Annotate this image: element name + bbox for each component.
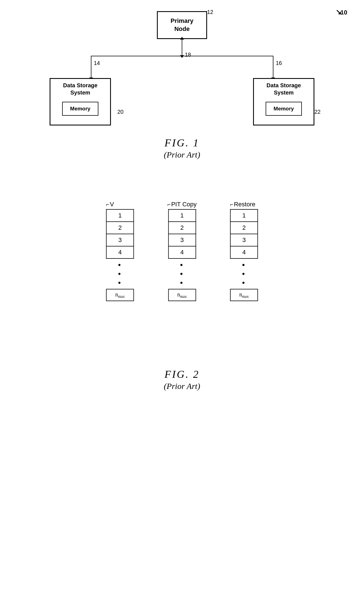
col-v-nmax-text: nmax (115, 291, 125, 299)
col-v-nmax: nmax (106, 289, 134, 301)
label-16: 16 (276, 60, 282, 66)
memory-right-box: Memory (266, 102, 302, 116)
column-restore: Restore 1 2 3 4 ••• nmax (230, 201, 258, 301)
arrow-down-from-primary (182, 39, 182, 56)
storage-left-title: Data StorageSystem (63, 82, 97, 96)
cell-v-4: 4 (106, 246, 134, 258)
col-pit-nmax-text: nmax (177, 291, 187, 299)
cell-restore-4: 4 (230, 246, 258, 258)
table-row: 1 (168, 209, 196, 222)
memory-right-label: Memory (274, 106, 294, 112)
table-row: 4 (106, 246, 134, 258)
cell-restore-1: 1 (230, 209, 258, 222)
column-v: V 1 2 3 4 ••• nmax (106, 201, 134, 301)
primary-node-box: PrimaryNode (157, 11, 207, 39)
column-pit: PIT Copy 1 2 3 4 ••• nmax (168, 201, 197, 301)
cell-v-3: 3 (106, 234, 134, 246)
table-row: 3 (230, 234, 258, 246)
fig2-diagram: V 1 2 3 4 ••• nmax PIT Copy 1 2 3 4 ••• (0, 190, 364, 418)
columns-container: V 1 2 3 4 ••• nmax PIT Copy 1 2 3 4 ••• (106, 201, 258, 301)
fig2-subtitle: (Prior Art) (164, 381, 200, 391)
cell-pit-4: 4 (168, 246, 196, 258)
col-pit-dots: ••• (180, 260, 184, 287)
table-row: 2 (106, 222, 134, 234)
label-14: 14 (94, 60, 100, 66)
col-v-label: V (106, 201, 114, 208)
primary-node-label: PrimaryNode (171, 17, 193, 33)
table-row: 4 (230, 246, 258, 258)
col-restore-nmax: nmax (230, 289, 258, 301)
table-row: 1 (230, 209, 258, 222)
storage-right-title: Data StorageSystem (266, 82, 301, 96)
table-row: 4 (168, 246, 196, 258)
col-restore-table: 1 2 3 4 (230, 209, 258, 259)
cell-v-2: 2 (106, 222, 134, 234)
fig2-number: FIG. 2 (164, 368, 200, 380)
fig1-number: FIG. 1 (164, 137, 200, 149)
cell-restore-2: 2 (230, 222, 258, 234)
arrow-right-to-storage (273, 56, 273, 78)
fig1-subtitle: (Prior Art) (164, 150, 200, 159)
fig1-caption: FIG. 1 (Prior Art) (164, 137, 200, 159)
cell-pit-3: 3 (168, 234, 196, 246)
label-22: 22 (314, 109, 321, 115)
label-20: 20 (117, 109, 123, 115)
col-restore-label: Restore (230, 201, 256, 208)
table-row: 3 (168, 234, 196, 246)
table-row: 2 (168, 222, 196, 234)
col-v-table: 1 2 3 4 (106, 209, 134, 259)
fig1-diagram: 10 ↘ PrimaryNode 12 18 14 16 Data Storag… (0, 0, 364, 173)
col-v-dots: ••• (118, 260, 122, 287)
col-pit-nmax: nmax (168, 289, 196, 301)
table-row: 3 (106, 234, 134, 246)
col-pit-table: 1 2 3 4 (168, 209, 196, 259)
fig2-caption: FIG. 2 (Prior Art) (164, 368, 200, 391)
cell-pit-2: 2 (168, 222, 196, 234)
table-row: 1 (106, 209, 134, 222)
col-restore-dots: ••• (242, 260, 246, 287)
table-row: 2 (230, 222, 258, 234)
storage-left-box: Data StorageSystem Memory (50, 78, 111, 125)
label-12: 12 (207, 9, 213, 15)
horizontal-connection-line (91, 56, 273, 56)
label-18: 18 (185, 52, 191, 58)
arrow-10-icon: ↘ (336, 8, 342, 16)
col-pit-label: PIT Copy (168, 201, 197, 208)
memory-left-box: Memory (62, 102, 98, 116)
memory-left-label: Memory (70, 106, 91, 112)
col-restore-nmax-text: nmax (239, 291, 249, 299)
cell-pit-1: 1 (168, 209, 196, 222)
arrow-left-to-storage (91, 56, 91, 78)
cell-restore-3: 3 (230, 234, 258, 246)
cell-v-1: 1 (106, 209, 134, 222)
storage-right-box: Data StorageSystem Memory (253, 78, 314, 125)
